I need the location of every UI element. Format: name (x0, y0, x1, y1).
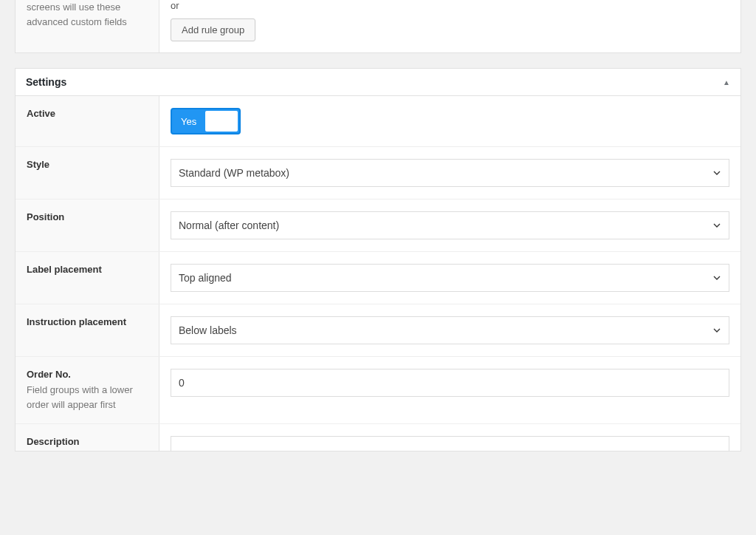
setting-row-style: Style Standard (WP metabox) (16, 147, 740, 200)
description-label: Description (27, 436, 148, 447)
active-label: Active (27, 108, 148, 119)
position-label: Position (27, 211, 148, 222)
order-no-description: Field groups with a lower order will app… (27, 383, 148, 412)
label-placement-label: Label placement (27, 264, 148, 275)
settings-panel-header[interactable]: Settings ▲ (16, 69, 740, 96)
order-no-label: Order No. (27, 369, 148, 380)
location-description-text: screens will use these advanced custom f… (27, 1, 127, 27)
settings-panel-title: Settings (26, 76, 66, 88)
setting-row-label-placement: Label placement Top aligned (16, 252, 740, 304)
setting-row-active: Active Yes (16, 96, 740, 147)
setting-row-position: Position Normal (after content) (16, 200, 740, 252)
position-select[interactable]: Normal (after content) (171, 211, 729, 239)
collapse-icon: ▲ (723, 78, 730, 86)
label-placement-select[interactable]: Top aligned (171, 264, 729, 292)
active-toggle[interactable]: Yes (171, 108, 241, 134)
setting-row-instruction-placement: Instruction placement Below labels (16, 304, 740, 357)
location-panel-partial: screens will use these advanced custom f… (15, 0, 741, 53)
location-description: screens will use these advanced custom f… (16, 0, 159, 52)
setting-row-order-no: Order No. Field groups with a lower orde… (16, 357, 740, 424)
active-toggle-knob (205, 111, 238, 132)
settings-panel: Settings ▲ Active Yes Style Standard (W (15, 68, 741, 451)
description-input[interactable] (171, 436, 729, 451)
instruction-placement-label: Instruction placement (27, 316, 148, 327)
style-select[interactable]: Standard (WP metabox) (171, 159, 729, 187)
setting-row-description: Description (16, 424, 740, 451)
style-label: Style (27, 159, 148, 170)
order-no-input[interactable] (171, 369, 729, 397)
active-toggle-text: Yes (173, 116, 205, 127)
add-rule-group-button[interactable]: Add rule group (171, 18, 255, 41)
instruction-placement-select[interactable]: Below labels (171, 316, 729, 344)
or-label: or (171, 0, 729, 11)
